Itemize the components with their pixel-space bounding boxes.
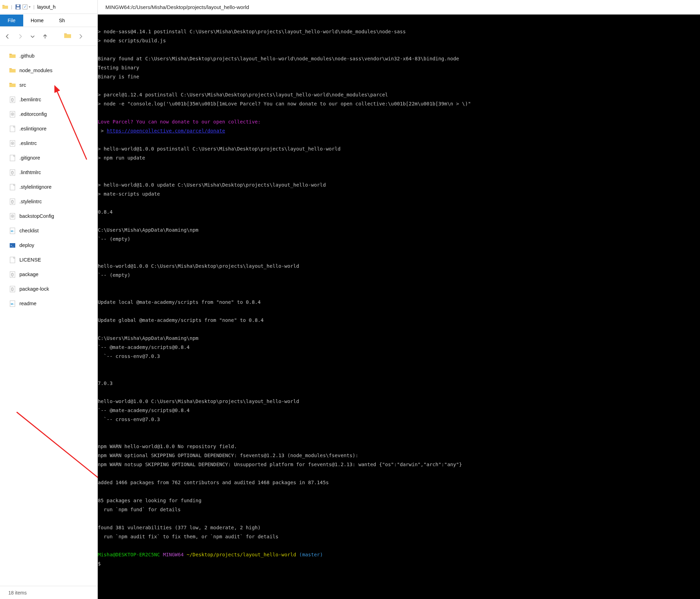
terminal-line [98, 162, 700, 171]
terminal-line: > node scripts/build.js [98, 36, 700, 45]
svg-rect-2 [17, 5, 19, 6]
file-item[interactable]: .editorconfig [0, 107, 97, 121]
terminal-line: `-- (empty) [98, 234, 700, 243]
svg-text:>_: >_ [10, 244, 14, 247]
file-item[interactable]: {}.linthtmlrc [0, 165, 97, 180]
file-name: package [19, 272, 38, 277]
file-item[interactable]: .stylelintignore [0, 180, 97, 194]
save-icon[interactable] [15, 4, 21, 10]
ribbon-tabs: File Home Sh [0, 14, 97, 27]
terminal-line [98, 135, 700, 144]
tab-file[interactable]: File [0, 15, 23, 26]
terminal-line [98, 198, 700, 207]
terminal-output[interactable]: > node-sass@4.14.1 postinstall C:\Users\… [98, 15, 700, 599]
file-icon: {} [9, 198, 16, 205]
terminal-line: > parcel@1.12.4 postinstall C:\Users\Mis… [98, 90, 700, 99]
file-icon [9, 154, 16, 161]
terminal-line [98, 18, 700, 27]
file-icon: M↓ [9, 300, 16, 307]
terminal-line: `-- cross-env@7.0.3 [98, 352, 700, 361]
terminal-line [98, 289, 700, 298]
file-name: backstopConfig [19, 213, 54, 219]
file-name: .github [19, 53, 35, 59]
terminal-line [98, 541, 700, 550]
terminal-line: hello-world@1.0.0 C:\Users\Misha\Desktop… [98, 397, 700, 406]
tab-share[interactable]: Sh [51, 15, 72, 26]
terminal-line: `-- @mate-academy/scripts@0.8.4 [98, 406, 700, 415]
terminal-line: npm WARN notsup SKIPPING OPTIONAL DEPEND… [98, 460, 700, 469]
terminal-line: 7.0.3 [98, 379, 700, 388]
svg-text:{}: {} [11, 287, 14, 291]
separator-icon: | [33, 5, 34, 9]
terminal-line: Love Parcel? You can now donate to our o… [98, 117, 700, 126]
file-name: src [19, 82, 26, 88]
file-item[interactable]: M↓readme [0, 296, 97, 311]
file-item[interactable]: .eslintignore [0, 121, 97, 136]
checkbox-icon[interactable]: ✓ [23, 5, 27, 9]
nav-history-dropdown-icon[interactable] [29, 33, 36, 40]
file-item[interactable]: >_deploy [0, 238, 97, 253]
file-name: node_modules [19, 68, 52, 73]
qatoolbar-dropdown-icon[interactable]: ▾ [29, 5, 31, 9]
file-icon: >_ [9, 242, 16, 249]
folder-icon [9, 52, 16, 59]
file-list: .githubnode_modulessrc{}.bemlintrc.edito… [0, 46, 97, 314]
file-icon: {} [9, 271, 16, 278]
terminal-line: `-- cross-env@7.0.3 [98, 415, 700, 424]
file-item[interactable]: {}.stylelintrc [0, 194, 97, 209]
terminal-line: found 381 vulnerabilities (377 low, 2 mo… [98, 523, 700, 532]
nav-toolbar [0, 27, 97, 46]
svg-text:{}: {} [11, 272, 14, 276]
folder-icon [9, 67, 16, 74]
file-item[interactable]: backstopConfig [0, 209, 97, 223]
tab-home[interactable]: Home [23, 15, 51, 26]
file-icon: M↓ [9, 227, 16, 234]
terminal-line: > node-sass@4.14.1 postinstall C:\Users\… [98, 27, 700, 36]
nav-back-icon[interactable] [4, 33, 11, 40]
file-icon: {} [9, 96, 16, 103]
file-item[interactable]: .eslintrc [0, 136, 97, 151]
folder-icon [2, 4, 8, 10]
file-icon [9, 140, 16, 147]
terminal-line: hello-world@1.0.0 C:\Users\Misha\Desktop… [98, 262, 700, 271]
terminal-line: `-- (empty) [98, 271, 700, 280]
terminal-line [98, 361, 700, 370]
file-icon [9, 111, 16, 118]
file-item[interactable]: LICENSE [0, 253, 97, 267]
terminal-line: 85 packages are looking for funding [98, 496, 700, 505]
file-name: checklist [19, 228, 39, 233]
address-folder-icon[interactable] [64, 32, 71, 41]
terminal-line [98, 243, 700, 253]
address-chevron-icon[interactable] [77, 33, 84, 40]
file-icon [9, 213, 16, 220]
nav-up-icon[interactable] [42, 33, 49, 40]
terminal-line [98, 108, 700, 117]
terminal-line [98, 253, 700, 262]
file-item[interactable]: .github [0, 49, 97, 63]
separator-icon: | [11, 5, 12, 9]
file-name: .bemlintrc [19, 97, 41, 102]
terminal-line [98, 514, 700, 523]
terminal-line: > mate-scripts update [98, 189, 700, 198]
file-item[interactable]: {}package-lock [0, 282, 97, 296]
file-item[interactable]: M↓checklist [0, 223, 97, 238]
file-item[interactable]: src [0, 78, 97, 92]
terminal-line [98, 487, 700, 496]
file-item[interactable]: {}.bemlintrc [0, 92, 97, 107]
terminal-line: > npm run update [98, 153, 700, 162]
file-item[interactable]: .gitignore [0, 151, 97, 165]
terminal-line [98, 388, 700, 397]
svg-text:{}: {} [11, 170, 14, 174]
terminal-line: 0.8.4 [98, 207, 700, 216]
terminal-line: > hello-world@1.0.0 postinstall C:\Users… [98, 144, 700, 153]
terminal-line [98, 171, 700, 180]
terminal-line [98, 45, 700, 54]
terminal-line: Update global @mate-academy/scripts from… [98, 316, 700, 325]
file-item[interactable]: {}package [0, 267, 97, 282]
file-icon [9, 125, 16, 132]
file-item[interactable]: node_modules [0, 63, 97, 78]
folder-icon [9, 82, 16, 88]
terminal-line: C:\Users\Misha\AppData\Roaming\npm [98, 334, 700, 343]
terminal-line [98, 370, 700, 379]
terminal-line [98, 81, 700, 90]
